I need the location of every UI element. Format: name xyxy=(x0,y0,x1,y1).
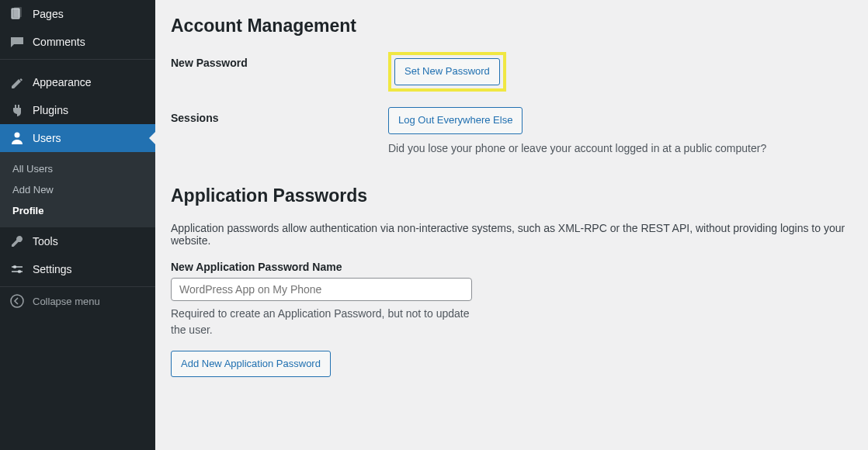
submenu-add-new[interactable]: Add New xyxy=(0,179,155,200)
account-management-heading: Account Management xyxy=(171,16,852,36)
sidebar-item-label: Settings xyxy=(33,263,72,275)
sessions-label: Sessions xyxy=(171,107,388,124)
new-password-row: New Password Set New Password xyxy=(171,52,852,92)
svg-rect-2 xyxy=(12,9,19,19)
users-icon xyxy=(9,130,25,146)
tools-icon xyxy=(9,234,25,249)
app-password-name-label: New Application Password Name xyxy=(171,261,852,273)
application-passwords-heading: Application Passwords xyxy=(171,185,852,206)
svg-point-6 xyxy=(13,265,16,268)
application-passwords-description: Application passwords allow authenticati… xyxy=(171,222,852,247)
sessions-row: Sessions Log Out Everywhere Else Did you… xyxy=(171,107,852,154)
sessions-help-text: Did you lose your phone or leave your ac… xyxy=(388,142,852,154)
appearance-icon xyxy=(9,74,25,90)
sidebar-item-comments[interactable]: Comments xyxy=(0,28,155,56)
svg-point-3 xyxy=(15,133,20,138)
comments-icon xyxy=(9,34,25,50)
app-password-name-input[interactable] xyxy=(171,278,472,301)
sidebar-item-tools[interactable]: Tools xyxy=(0,227,155,255)
sidebar-item-label: Comments xyxy=(33,36,85,48)
sidebar-item-pages[interactable]: Pages xyxy=(0,0,155,28)
new-password-label: New Password xyxy=(171,52,388,69)
sidebar-item-label: Plugins xyxy=(33,104,68,116)
sidebar-item-label: Pages xyxy=(33,8,64,20)
set-new-password-button[interactable]: Set New Password xyxy=(394,58,500,85)
admin-sidebar: Pages Comments Appearance Plugins Users … xyxy=(0,0,155,450)
svg-point-8 xyxy=(11,295,23,307)
highlight-annotation: Set New Password xyxy=(388,52,506,92)
collapse-icon xyxy=(9,293,25,309)
svg-point-7 xyxy=(18,270,21,273)
plugins-icon xyxy=(9,102,25,118)
settings-icon xyxy=(9,261,25,277)
submenu-profile[interactable]: Profile xyxy=(0,200,155,221)
main-content: Account Management New Password Set New … xyxy=(155,0,868,450)
sidebar-item-plugins[interactable]: Plugins xyxy=(0,96,155,124)
sidebar-item-users[interactable]: Users xyxy=(0,124,155,152)
sidebar-item-appearance[interactable]: Appearance xyxy=(0,68,155,96)
sidebar-item-label: Users xyxy=(33,132,61,144)
sidebar-item-label: Tools xyxy=(33,235,58,248)
app-password-name-help: Required to create an Application Passwo… xyxy=(171,306,472,338)
submenu-all-users[interactable]: All Users xyxy=(0,158,155,179)
users-submenu: All Users Add New Profile xyxy=(0,152,155,227)
add-application-password-button[interactable]: Add New Application Password xyxy=(171,351,331,378)
collapse-label: Collapse menu xyxy=(33,296,100,307)
pages-icon xyxy=(9,6,25,22)
sidebar-item-label: Appearance xyxy=(33,76,92,88)
collapse-menu[interactable]: Collapse menu xyxy=(0,286,155,315)
sidebar-item-settings[interactable]: Settings xyxy=(0,255,155,283)
logout-everywhere-button[interactable]: Log Out Everywhere Else xyxy=(388,107,523,134)
